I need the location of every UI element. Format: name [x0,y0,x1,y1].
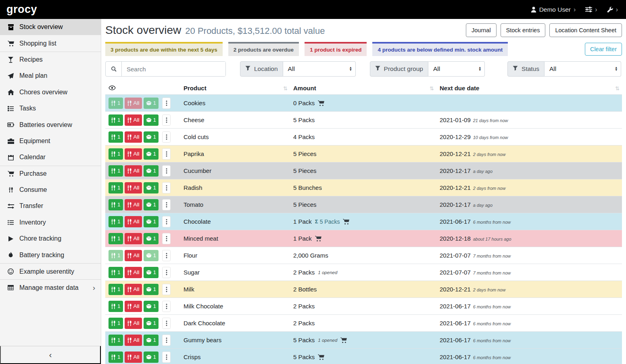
row-menu-button[interactable] [162,148,171,160]
open-one-button[interactable]: 1 [144,284,159,295]
product-name: Flour [184,252,197,259]
open-one-button[interactable]: 1 [144,114,159,126]
sidebar-item-purchase[interactable]: Purchase [0,166,101,182]
consume-all-button[interactable]: All [125,182,142,193]
consume-all-button[interactable]: All [125,165,142,177]
row-menu-button[interactable] [162,182,171,193]
status-banner-danger[interactable]: 1 product is expired [305,42,367,56]
sidebar-item-inventory[interactable]: Inventory [0,214,101,231]
status-select[interactable]: All ▴▾ [545,61,621,77]
clear-filter-button[interactable]: Clear filter [585,43,622,56]
sidebar-item-meal-plan[interactable]: Meal plan [0,68,101,84]
consume-all-button[interactable]: All [125,352,142,363]
sidebar-item-consume[interactable]: Consume [0,182,101,198]
sidebar-item-transfer[interactable]: Transfer [0,198,101,214]
sidebar-collapse-button[interactable]: ‹ [0,346,101,364]
consume-one-button[interactable]: 1 [109,301,123,312]
consume-all-button[interactable]: All [125,301,142,312]
consume-all-button[interactable]: All [125,148,142,160]
row-menu-button[interactable] [162,284,171,295]
settings-menu[interactable]: › [585,6,597,13]
consume-one-button[interactable]: 1 [109,352,123,363]
consume-one-button[interactable]: 1 [109,199,123,210]
row-menu-button[interactable] [162,318,171,329]
admin-menu[interactable]: › [607,6,618,13]
consume-one-button[interactable]: 1 [109,148,123,160]
open-one-button[interactable]: 1 [144,233,159,244]
sidebar-item-stock-overview[interactable]: Stock overview [0,19,101,35]
open-one-button[interactable]: 1 [144,131,159,143]
stock-entries-button[interactable]: Stock entries [501,23,546,37]
consume-all-button[interactable]: All [125,131,142,143]
column-visibility-toggle[interactable] [105,82,180,95]
consume-all-button[interactable]: All [125,318,142,329]
row-menu-button[interactable] [162,233,171,244]
consume-one-button[interactable]: 1 [109,131,123,143]
consume-all-button[interactable]: All [125,114,142,126]
consume-one-button[interactable]: 1 [109,182,123,193]
consume-one-button[interactable]: 1 [109,318,123,329]
consume-all-button[interactable]: All [125,250,142,261]
open-one-button[interactable]: 1 [144,335,159,346]
row-menu-button[interactable] [162,98,171,109]
column-header-next-due-date[interactable]: Next due date⇅ [436,82,622,95]
product-group-select[interactable]: All ▴▾ [428,61,485,77]
column-header-product[interactable]: Product⇅ [180,82,290,95]
open-one-button[interactable]: 1 [144,352,159,363]
search-input[interactable] [122,62,225,76]
consume-all-button[interactable]: All [125,335,142,346]
row-menu-button[interactable] [162,199,171,210]
consume-all-button[interactable]: All [125,284,142,295]
sidebar-item-chore-tracking[interactable]: Chore tracking [0,231,101,247]
journal-button[interactable]: Journal [466,23,497,37]
consume-one-button[interactable]: 1 [109,267,123,278]
consume-one-button[interactable]: 1 [109,284,123,295]
sidebar-item-chores-overview[interactable]: Chores overview [0,84,101,100]
location-content-sheet-button[interactable]: Location Content Sheet [549,23,622,37]
consume-one-button[interactable]: 1 [109,165,123,177]
consume-all-button[interactable]: All [125,199,142,210]
row-menu-button[interactable] [162,114,171,126]
open-one-button[interactable]: 1 [144,267,159,278]
row-menu-button[interactable] [162,216,171,227]
location-select[interactable]: All ▴▾ [283,61,356,77]
sidebar-item-equipment[interactable]: Equipment [0,133,101,149]
consume-all-button[interactable]: All [125,216,142,227]
row-menu-button[interactable] [162,335,171,346]
consume-one-button[interactable]: 1 [109,233,123,244]
consume-one-button[interactable]: 1 [109,335,123,346]
open-one-button[interactable]: 1 [144,182,159,193]
status-banner-warning[interactable]: 3 products are due within the next 5 day… [105,42,223,56]
open-one-button[interactable]: 1 [144,301,159,312]
status-banner-info[interactable]: 4 products are below defined min. stock … [372,42,508,56]
amount-value: 5 Packs [293,337,315,343]
sidebar-item-shopping-list[interactable]: Shopping list [0,35,101,51]
user-menu[interactable]: Demo User › [531,6,576,13]
open-one-button[interactable]: 1 [144,165,159,177]
open-one-button[interactable]: 1 [144,216,159,227]
sidebar-item-recipes[interactable]: Recipes [0,52,101,68]
row-menu-button[interactable] [162,352,171,363]
sidebar-item-battery-tracking[interactable]: Battery tracking [0,247,101,263]
open-one-button[interactable]: 1 [144,148,159,160]
app-logo[interactable]: grocy [6,3,37,16]
consume-all-button[interactable]: All [125,233,142,244]
sidebar-item-manage-master-data[interactable]: Manage master data› [0,279,101,295]
row-menu-button[interactable] [162,250,171,261]
row-menu-button[interactable] [162,131,171,143]
open-one-button[interactable]: 1 [144,318,159,329]
sidebar-item-calendar[interactable]: Calendar [0,149,101,165]
row-menu-button[interactable] [162,165,171,177]
open-one-button[interactable]: 1 [144,199,159,210]
status-banner-secondary[interactable]: 2 products are overdue [228,42,299,56]
row-menu-button[interactable] [162,267,171,278]
sidebar-item-example-userentity[interactable]: Example userentity [0,263,101,279]
product-name: Cucumber [184,167,211,174]
consume-one-button[interactable]: 1 [109,114,123,126]
column-header-amount[interactable]: Amount⇅ [290,82,436,95]
consume-all-button[interactable]: All [125,267,142,278]
consume-one-button[interactable]: 1 [109,216,123,227]
sidebar-item-batteries-overview[interactable]: Batteries overview [0,116,101,133]
row-menu-button[interactable] [162,301,171,312]
sidebar-item-tasks[interactable]: Tasks [0,100,101,116]
